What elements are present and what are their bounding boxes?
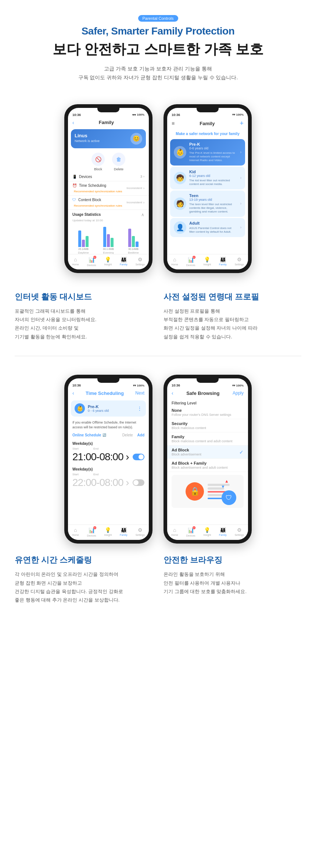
- wifi-icon-3: ▾▾: [133, 384, 136, 387]
- back-icon[interactable]: ‹: [72, 120, 74, 126]
- nav-family-2[interactable]: 👨‍👩‍👧 Family: [219, 257, 227, 266]
- phone-2-bottom-nav: ⌂ Home 📊 10 Devices 💡 Insight 👨‍👩‍👧: [167, 254, 248, 269]
- nav-insight-2[interactable]: 💡 Insight: [204, 257, 211, 266]
- apply-btn[interactable]: Apply: [233, 391, 244, 396]
- teen-chevron: ›: [240, 201, 241, 206]
- next-btn[interactable]: Next: [135, 391, 144, 396]
- content-label: Content Block: [78, 198, 101, 202]
- nav-family-3[interactable]: 👨‍👩‍👧 Family: [120, 527, 128, 537]
- settings-icon: ⚙: [138, 257, 143, 262]
- feature-2-desc: 사전 설정된 프로필을 통해 부적절한 콘텐츠를 자동으로 필터링하고 화면 시…: [164, 307, 301, 341]
- bar-blue-bedtime: [136, 241, 139, 247]
- devices-row[interactable]: 📱 Devices 3 ›: [68, 172, 149, 181]
- feature-2-title: 사전 설정된 연령대 프로필: [164, 291, 301, 302]
- nav-insight-4[interactable]: 💡 Insight: [204, 527, 211, 537]
- phone-1-bottom-nav: ⌂ Home 📊 10 Devices 💡 Insight 👨‍👩‍👧: [68, 254, 149, 269]
- content-block-row[interactable]: 🛡 Content Block Recommended synchronizat…: [68, 196, 149, 210]
- back-icon-3[interactable]: ‹: [72, 390, 74, 396]
- plus-icon[interactable]: +: [240, 120, 244, 127]
- filter-family[interactable]: Family Block malicious content and adult…: [167, 432, 248, 446]
- toggle-off-2[interactable]: [133, 479, 144, 486]
- nav-insight[interactable]: 💡 Insight: [104, 257, 112, 266]
- family-header-card: Linus Network is active 😊: [71, 129, 146, 148]
- profile-adult[interactable]: 👤 Adult ASUS Parental Control does not f…: [170, 218, 245, 237]
- devices-label-2: Devices: [186, 264, 195, 266]
- back-icon-4[interactable]: ‹: [172, 390, 173, 396]
- teen-desc: The teen level filter out restricted con…: [189, 203, 237, 214]
- adult-name: Adult: [189, 221, 237, 225]
- nav-family-4[interactable]: 👨‍👩‍👧 Family: [219, 527, 227, 537]
- phone-4-screen: 10:36 ▾▾ 100% ‹ Safe Browsing Apply Filt…: [167, 378, 248, 540]
- browsing-illustration: 🔒 ▲ ▼ 🛡: [172, 475, 244, 508]
- delete-button[interactable]: 🗑 Delete: [112, 153, 125, 171]
- add-btn[interactable]: Add: [137, 433, 144, 437]
- devices-label-3: Devices: [87, 534, 96, 537]
- end-label-2: End: [93, 473, 98, 476]
- filter-security-desc: Block malicious content: [172, 426, 206, 430]
- devices-label-4: Devices: [186, 534, 195, 537]
- schedule-time-2[interactable]: 22:00-08:00 ›: [72, 477, 130, 489]
- nav-family[interactable]: 👨‍👩‍👧 Family: [120, 257, 128, 266]
- nav-devices-4[interactable]: 📊 10 Devices: [186, 527, 195, 537]
- family-label-4: Family: [219, 534, 227, 536]
- nav-devices-2[interactable]: 📊 10 Devices: [186, 257, 195, 266]
- nav-settings[interactable]: ⚙ Settings: [136, 257, 145, 266]
- settings-icon-3[interactable]: ⋮: [137, 406, 142, 411]
- delete-btn[interactable]: Delete: [122, 433, 133, 437]
- feature-4-desc: 온라인 활동을 보호하기 위해 안전 필터를 사용하여 개별 사용자나 기기 그…: [164, 570, 301, 596]
- phone-1-status-right: ▾▾ 100%: [132, 113, 144, 117]
- nav-settings-2[interactable]: ⚙ Settings: [235, 257, 244, 266]
- nav-settings-4[interactable]: ⚙ Settings: [235, 527, 244, 537]
- schedule-time-1[interactable]: 21:00-08:00 ›: [72, 451, 130, 463]
- phone-3-frame: 10:36 ▾▾ 100% ‹ Time Scheduling Next 👶 P…: [64, 375, 152, 544]
- feature-1: 인터넷 활동 대시보드 포괄적인 그래픽 대시보드를 통해 자녀의 인터넷 사용…: [15, 291, 152, 341]
- insight-icon: 💡: [105, 257, 111, 262]
- bar-green-daytime: [86, 236, 89, 247]
- filter-adblock-family[interactable]: Ad Block + Family Block advertisement an…: [167, 459, 248, 472]
- nav-home-3[interactable]: ⌂ Home: [72, 527, 79, 537]
- arrow-up-icon: ▲: [225, 479, 229, 484]
- filter-security[interactable]: Security Block malicious content: [167, 419, 248, 432]
- kid-info: Kid 6-12 years old The kid level filter …: [189, 170, 237, 186]
- nav-home-2[interactable]: ⌂ Home: [171, 257, 178, 266]
- devices-badge-3: 10: [93, 526, 96, 529]
- filter-adblock[interactable]: Ad Block Block advertisement ✓: [167, 446, 248, 459]
- section-divider-1: [15, 356, 301, 356]
- feature-4: 안전한 브라우징 온라인 활동을 보호하기 위해 안전 필터를 사용하여 개별 …: [164, 555, 301, 604]
- phone-3-nav-bar: ‹ Time Scheduling Next: [68, 389, 149, 398]
- content-value: Inconsistent: [126, 201, 142, 204]
- phones-row-2: 10:36 ▾▾ 100% ‹ Time Scheduling Next 👶 P…: [0, 367, 316, 547]
- time-scheduling-row[interactable]: ⏰ Time Scheduling Recommended synchroniz…: [68, 181, 149, 196]
- chart-group-bedtime: 30.14MB Bedtime: [122, 225, 144, 254]
- block-button[interactable]: 🚫 Block: [91, 153, 105, 171]
- nav-settings-3[interactable]: ⚙ Settings: [136, 527, 145, 537]
- filter-title: Filtering Level: [167, 398, 248, 406]
- main-title-kr: 보다 안전하고 스마트한 가족 보호: [22, 40, 294, 59]
- home-label-3: Home: [72, 534, 79, 536]
- nav-devices-3[interactable]: 📊 10 Devices: [87, 527, 96, 537]
- adult-desc: ASUS Parental Control does not filter co…: [189, 226, 237, 234]
- teen-info: Teen 13-19 years old The teen level filt…: [189, 193, 237, 214]
- feature-4-title: 안전한 브라우징: [164, 555, 301, 566]
- insight-label-4: Insight: [204, 534, 211, 536]
- nav-devices[interactable]: 📊 10 Devices: [87, 257, 96, 266]
- toggle-on-1[interactable]: [133, 454, 144, 460]
- block-icon: 🚫: [91, 153, 105, 166]
- nav-insight-3[interactable]: 💡 Insight: [104, 527, 112, 537]
- settings-label-4: Settings: [235, 534, 244, 536]
- filter-none[interactable]: None Follow your router's DNS Server set…: [167, 406, 248, 419]
- family-name: Linus: [75, 133, 100, 138]
- nav-home-4[interactable]: ⌂ Home: [171, 527, 178, 537]
- settings-label: Settings: [136, 263, 145, 266]
- end-label-1: End: [93, 447, 98, 450]
- profile-kid[interactable]: 🧒 Kid 6-12 years old The kid level filte…: [170, 167, 245, 189]
- bar-green-evening: [111, 238, 114, 247]
- feature-section-1: 인터넷 활동 대시보드 포괄적인 그래픽 대시보드를 통해 자녀의 인터넷 사용…: [0, 284, 316, 356]
- nav-home[interactable]: ⌂ Home: [72, 257, 79, 266]
- prek-profile-name: Pre-K: [88, 404, 109, 409]
- chart-val-1: 26.14MB: [78, 248, 89, 250]
- profile-prek[interactable]: 👶 Pre-K 0-6 years old The Pre-K level is…: [170, 139, 245, 166]
- menu-icon[interactable]: ≡: [172, 120, 175, 126]
- profile-teen[interactable]: 🧑 Teen 13-19 years old The teen level fi…: [170, 190, 245, 217]
- settings-icon-p4: ⚙: [237, 527, 242, 533]
